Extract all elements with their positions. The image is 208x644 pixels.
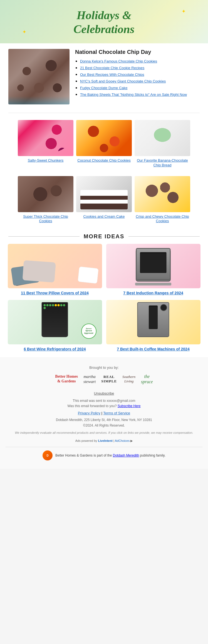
hero-image [8, 49, 70, 104]
recipe-card-crisp[interactable]: Crisp and Chewy Chocolate Chip Cookies [135, 176, 190, 224]
idea-card-pillows[interactable]: 11 Best Throw Pillow Covers of 2024 [8, 244, 102, 295]
hero-title: National Chocolate Chip Day [75, 49, 200, 55]
list-item: 21 Best Chocolate Chip Cookie Recipes [80, 65, 200, 70]
list-item: Fudgy Chocolate Dump Cake [80, 85, 200, 90]
footer-email-text: This email was sent to xxxxxx@gmail.com … [6, 398, 202, 409]
brought-by-label: Brought to you by: [6, 365, 202, 370]
terms-link[interactable]: Terms of Service [103, 411, 130, 415]
hero-link-2[interactable]: 21 Best Chocolate Chip Cookie Recipes [80, 66, 144, 70]
brand-logos: Better Homes& Gardens marthastewart REAL… [6, 374, 202, 384]
recipe-image-banana [135, 120, 190, 156]
footer-policy-links: Privacy Policy | Terms of Service [6, 411, 202, 415]
list-item: NYC's Soft and Gooey Giant Chocolate Chi… [80, 79, 200, 84]
idea-title-pillows[interactable]: 11 Best Throw Pillow Covers of 2024 [8, 290, 102, 295]
recipe-grid-1: Salty-Sweet Chunkers Coconut Chocolate C… [0, 116, 208, 172]
dotdash-meredith-link[interactable]: Dotdash Meredith [113, 453, 139, 457]
ads-row: Ads powered by LiveIntent | AdChoices ▶ [6, 439, 202, 443]
header: Holidays & Celebrations [0, 0, 208, 43]
list-item: The Baking Sheets That "Nothing Sticks t… [80, 92, 200, 97]
idea-card-wine[interactable]: Spruce Spruce Approved 6 Best Wine Refri… [8, 300, 102, 352]
ad-choices-brand: AdChoices [115, 439, 130, 442]
idea-image-pillows [8, 244, 102, 288]
brand-southern-living: SouthernLiving [122, 375, 135, 383]
brand-martha: marthastewart [83, 374, 96, 384]
recipe-image-crisp [135, 176, 190, 212]
idea-card-coffee[interactable]: 7 Best Built-In Coffee Machines of 2024 [106, 300, 200, 352]
footer: Brought to you by: Better Homes& Gardens… [0, 357, 208, 469]
email-wrapper: Holidays & Celebrations National Chocola… [0, 0, 208, 469]
footer-disclaimer: We independently evaluate all recommende… [6, 430, 202, 435]
privacy-policy-link[interactable]: Privacy Policy [78, 411, 100, 415]
divider-1 [8, 113, 200, 113]
brand-spruce: thespruce [141, 374, 153, 384]
brand-bhg: Better Homes& Gardens [55, 374, 78, 384]
dotdash-row: D Better Homes & Gardens is part of the … [6, 447, 202, 460]
recipe-title-crisp[interactable]: Crisp and Chewy Chocolate Chip Cookies [135, 214, 190, 224]
hero-section: National Chocolate Chip Day Donna Kelce'… [0, 43, 208, 110]
subscribe-here-link[interactable]: Subscribe Here [118, 404, 141, 408]
unsubscribe-section: Unsubscribe [6, 391, 202, 395]
recipe-image-salty [18, 120, 73, 156]
recipe-title-thick[interactable]: Super Thick Chocolate Chip Cookies [18, 214, 73, 224]
dotdash-text: Better Homes & Gardens is part of the Do… [55, 453, 165, 457]
idea-title-coffee[interactable]: 7 Best Built-In Coffee Machines of 2024 [106, 347, 200, 352]
footer-address: Dotdash Meredith, 225 Liberty St, 4th Fl… [6, 417, 202, 428]
unsubscribe-link[interactable]: Unsubscribe [94, 391, 114, 395]
idea-image-wine: Spruce Spruce Approved [8, 300, 102, 344]
hero-content: National Chocolate Chip Day Donna Kelce'… [75, 49, 200, 99]
more-ideas-header: MORE IDEAS [8, 233, 200, 240]
recipe-image-cake [76, 176, 132, 212]
idea-title-wine[interactable]: 6 Best Wine Refrigerators of 2024 [8, 347, 102, 352]
recipe-title-cake[interactable]: Cookies and Cream Cake [76, 214, 132, 219]
idea-card-range[interactable]: 7 Best Induction Ranges of 2024 [106, 244, 200, 295]
recipe-card-thick[interactable]: Super Thick Chocolate Chip Cookies [18, 176, 73, 224]
hero-link-1[interactable]: Donna Kelce's Famous Chocolate Chip Cook… [80, 59, 157, 63]
idea-image-coffee [106, 300, 200, 344]
brand-real-simple: REALSIMPLE [101, 375, 117, 383]
recipe-card-banana[interactable]: Our Favorite Banana-Chocolate Chip Bread [135, 120, 190, 168]
hero-link-4[interactable]: NYC's Soft and Gooey Giant Chocolate Chi… [80, 79, 166, 83]
approved-badge: Spruce Spruce Approved [81, 324, 96, 339]
list-item: Our Best Recipes With Chocolate Chips [80, 72, 200, 77]
dotdash-logo: D [43, 450, 53, 460]
recipe-image-coconut [76, 120, 132, 156]
hero-links: Donna Kelce's Famous Chocolate Chip Cook… [75, 59, 200, 97]
recipe-card-coconut[interactable]: Coconut Chocolate Chip Cookies [76, 120, 132, 168]
recipe-title-coconut[interactable]: Coconut Chocolate Chip Cookies [76, 158, 132, 163]
idea-image-range [106, 244, 200, 288]
recipe-card-salty[interactable]: Salty-Sweet Chunkers [18, 120, 73, 168]
hero-link-3[interactable]: Our Best Recipes With Chocolate Chips [80, 72, 144, 77]
header-title: Holidays & Celebrations [6, 8, 202, 36]
hero-link-6[interactable]: The Baking Sheets That "Nothing Sticks t… [80, 92, 187, 97]
recipe-image-thick [18, 176, 73, 212]
recipe-grid-2: Super Thick Chocolate Chip Cookies Cooki… [0, 172, 208, 228]
recipe-card-cake[interactable]: Cookies and Cream Cake [76, 176, 132, 224]
recipe-title-banana[interactable]: Our Favorite Banana-Chocolate Chip Bread [135, 158, 190, 168]
recipe-title-salty[interactable]: Salty-Sweet Chunkers [18, 158, 73, 163]
idea-title-range[interactable]: 7 Best Induction Ranges of 2024 [106, 290, 200, 295]
list-item: Donna Kelce's Famous Chocolate Chip Cook… [80, 59, 200, 64]
hero-link-5[interactable]: Fudgy Chocolate Dump Cake [80, 86, 128, 90]
more-ideas-line-right [128, 236, 200, 237]
more-ideas-line-left [8, 236, 80, 237]
live-intent-brand: LiveIntent [98, 439, 113, 442]
more-ideas-title: MORE IDEAS [84, 233, 125, 240]
ideas-grid: 11 Best Throw Pillow Covers of 2024 7 Be… [0, 244, 208, 351]
